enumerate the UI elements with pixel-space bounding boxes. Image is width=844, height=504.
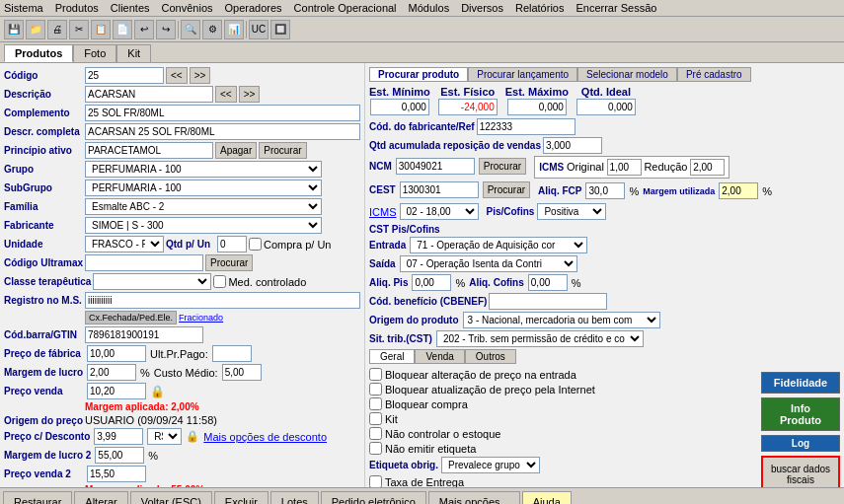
info-produto-btn[interactable]: Info Produto [761,397,840,431]
cod-fab-input[interactable] [477,118,575,135]
check-taxa-check[interactable] [369,475,382,487]
menu-convenios[interactable]: Convênios [162,2,213,14]
preco-desconto-input[interactable] [94,428,143,445]
footer-voltar[interactable]: Voltar (ESC) [130,491,212,505]
menu-modulos[interactable]: Módulos [409,2,450,14]
tab-geral[interactable]: Geral [369,349,415,364]
fidelidade-btn[interactable]: Fidelidade [761,372,840,394]
currency-select[interactable]: R$ [147,428,182,445]
footer-excluir[interactable]: Excluir [214,491,269,505]
codigo-next[interactable]: >> [190,67,211,84]
subgrupo-select[interactable]: PERFUMARIA - 100 [85,180,322,196]
descricao-prev[interactable]: << [215,86,237,103]
menu-operadores[interactable]: Operadores [225,2,282,14]
principio-input[interactable] [85,142,213,159]
descricao-next[interactable]: >> [239,86,261,103]
icms-link[interactable]: ICMS [369,206,397,218]
aliq-pis-input[interactable] [412,274,451,291]
log-btn[interactable]: Log [761,435,840,452]
check-nao-controlar-check[interactable] [369,427,382,440]
grupo-select[interactable]: PERFUMARIA - 100 [85,161,322,178]
qtd-acum-input[interactable] [543,137,602,154]
right-tab-pre-cadastro[interactable]: Pré cadastro [677,67,751,82]
buscar-dados-btn[interactable]: buscar dados fiscais [761,456,840,487]
apagar-btn[interactable]: Apagar [215,142,257,159]
right-tab-procurar-lancamento[interactable]: Procurar lançamento [468,67,577,82]
ncm-input[interactable] [396,158,475,175]
fracionado-btn[interactable]: Fracionado [179,313,223,323]
check-bloquear-atualiz-check[interactable] [369,383,382,396]
cest-input[interactable] [400,181,479,198]
icms-reducao-input[interactable] [690,159,725,176]
mais-opcoes-link[interactable]: Mais opções de desconto [203,431,327,443]
footer-lotes[interactable]: Lotes [270,491,319,505]
right-tab-procurar-produto[interactable]: Procurar produto [369,67,468,82]
cest-procurar[interactable]: Procurar [483,181,530,198]
footer-pedido[interactable]: Pedido eletrônico [321,491,426,505]
aliq-fcp-input[interactable] [585,182,625,199]
cod-beneficio-input[interactable] [489,293,607,310]
est-maximo-input[interactable] [507,99,567,115]
check-kit-check[interactable] [369,412,382,425]
toolbar-icon-6[interactable]: 📄 [113,20,132,39]
icms-code-select[interactable]: 02 - 18,00 [400,203,479,220]
right-tab-selecionar-modelo[interactable]: Selecionar modelo [577,67,677,82]
sit-trib-select[interactable]: 202 - Trib. sem permissão de crédito e c… [436,330,644,347]
cx-fechada-btn[interactable]: Cx.Fechada/Ped.Ele. [85,311,177,324]
toolbar-icon-5[interactable]: 📋 [91,20,111,39]
toolbar-icon-12[interactable]: UC [249,20,269,39]
menu-encerrar[interactable]: Encerrar Sessão [575,2,656,14]
fabricante-select[interactable]: SIMOE | S - 300 [85,217,322,234]
ultramax-input[interactable] [85,254,203,271]
toolbar-icon-9[interactable]: 🔍 [181,20,200,39]
descr-completa-input[interactable] [85,123,360,140]
med-controlado-check[interactable] [213,275,226,288]
complemento-input[interactable] [85,105,360,121]
toolbar-icon-4[interactable]: ✂ [69,20,89,39]
margem-lucro2-input[interactable] [95,447,144,464]
footer-ajuda[interactable]: Ajuda [522,491,572,505]
margem-utilizada-input[interactable] [719,182,758,199]
tab-outros[interactable]: Outros [465,349,516,364]
icms-original-input[interactable] [607,159,642,176]
margem-lucro-input[interactable] [87,364,136,381]
footer-restaurar[interactable]: Restaurar [3,491,72,505]
tab-kit[interactable]: Kit [116,44,151,62]
toolbar-icon-13[interactable]: 🔲 [270,20,290,39]
registro-input[interactable] [85,292,360,309]
toolbar-icon-7[interactable]: ↩ [134,20,154,39]
familia-select[interactable]: Esmalte ABC - 2 [85,198,322,215]
est-fisico-input[interactable] [438,99,498,115]
unidade-select[interactable]: FRASCO - F [85,236,164,252]
est-minimo-input[interactable] [370,99,429,115]
origem-select[interactable]: 3 - Nacional, mercadoria ou bem com [463,312,660,328]
classe-select[interactable] [93,273,211,290]
saida-select[interactable]: 07 - Operação Isenta da Contri [400,255,577,272]
footer-mais-opcoes[interactable]: Mais opções... [428,491,520,505]
check-bloquear-compra-check[interactable] [369,397,382,410]
procurar-btn[interactable]: Procurar [259,142,306,159]
menu-produtos[interactable]: Produtos [55,2,99,14]
aliq-cofins-input[interactable] [528,274,568,291]
toolbar-icon-10[interactable]: ⚙ [202,20,222,39]
codigo-prev[interactable]: << [166,67,188,84]
compra-pun-check[interactable] [249,238,262,251]
preco-venda2-input[interactable] [87,466,146,482]
tab-venda[interactable]: Venda [415,349,464,364]
check-nao-emitir-check[interactable] [369,442,382,455]
menu-relatorios[interactable]: Relatórios [515,2,565,14]
menu-sistema[interactable]: Sistema [4,2,43,14]
ultramax-procurar[interactable]: Procurar [205,254,253,271]
codigo-input[interactable] [85,67,164,84]
tab-foto[interactable]: Foto [73,44,116,62]
toolbar-icon-2[interactable]: 📁 [26,20,45,39]
toolbar-icon-11[interactable]: 📊 [224,20,244,39]
ncm-procurar[interactable]: Procurar [479,158,526,175]
qtd-un-input[interactable] [217,236,247,252]
toolbar-icon-1[interactable]: 💾 [4,20,24,39]
cod-barra-input[interactable] [85,326,203,343]
descricao-input[interactable] [85,86,213,103]
toolbar-icon-8[interactable]: ↪ [156,20,176,39]
footer-alterar[interactable]: Alterar [74,491,127,505]
preco-fabrica-input[interactable] [87,345,146,362]
